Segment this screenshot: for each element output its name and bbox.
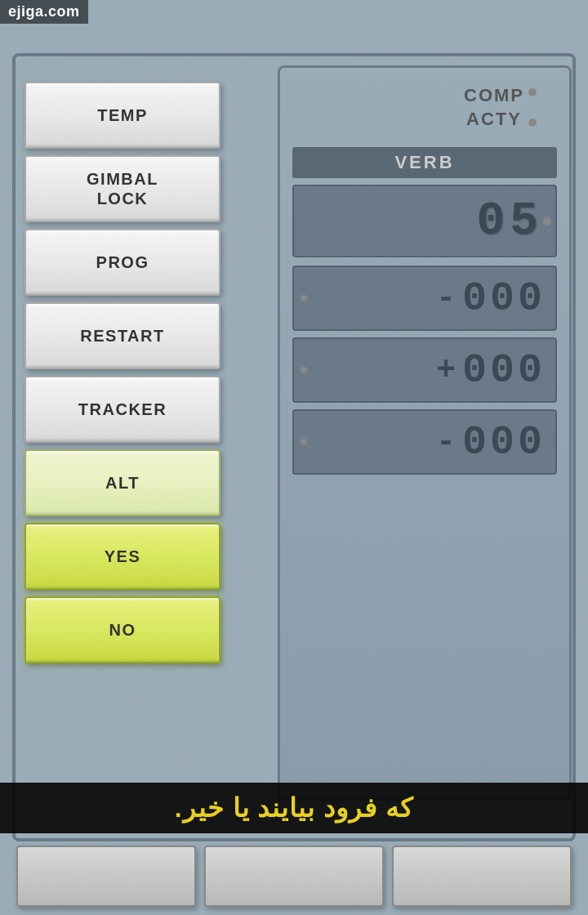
comp-acty-label: COMP ACTY bbox=[464, 84, 524, 131]
bottom-row bbox=[0, 846, 588, 907]
row1-sign: - bbox=[436, 280, 456, 317]
data-rows: - 000 + 000 - 000 bbox=[292, 266, 557, 475]
comp-acty-section: COMP ACTY bbox=[292, 84, 557, 131]
yes-button[interactable]: YES bbox=[24, 523, 220, 590]
subtitle-text: که فرود بیایند یا خیر. bbox=[175, 792, 413, 824]
comp-acty-line2: ACTY bbox=[466, 109, 522, 129]
right-display-panel: COMP ACTY VERB 05 - 000 + 000 - bbox=[278, 65, 572, 801]
verb-header: VERB bbox=[292, 147, 557, 178]
row3-digits: 000 bbox=[462, 419, 546, 466]
row1-dot bbox=[301, 295, 307, 301]
row1-digits: 000 bbox=[462, 275, 546, 322]
data-row-1: - 000 bbox=[292, 266, 557, 331]
tracker-button[interactable]: TRACKER bbox=[24, 376, 220, 443]
bottom-button-3[interactable] bbox=[392, 846, 572, 907]
comp-acty-dot-bottom bbox=[528, 118, 537, 127]
watermark-text: ejiga.com bbox=[8, 3, 80, 20]
verb-label: VERB bbox=[394, 152, 454, 172]
verb-section: VERB 05 bbox=[292, 147, 557, 257]
row3-sign: - bbox=[436, 424, 456, 461]
verb-dot bbox=[543, 217, 551, 225]
alt-button[interactable]: ALT bbox=[24, 449, 220, 516]
restart-button[interactable]: RESTART bbox=[24, 302, 220, 369]
bottom-button-1[interactable] bbox=[16, 846, 196, 907]
data-row-2: + 000 bbox=[292, 337, 557, 403]
comp-acty-line1: COMP bbox=[464, 85, 524, 105]
subtitle-bar: که فرود بیایند یا خیر. bbox=[0, 783, 588, 833]
bottom-button-2[interactable] bbox=[204, 846, 384, 907]
temp-button[interactable]: TEMP bbox=[24, 82, 220, 149]
row2-digits: 000 bbox=[462, 347, 546, 394]
watermark: ejiga.com bbox=[0, 0, 88, 24]
data-row-3: - 000 bbox=[292, 409, 557, 475]
row2-dot bbox=[301, 367, 307, 373]
left-button-column: TEMP GIMBAL LOCK PROG RESTART TRACKER AL… bbox=[24, 82, 245, 663]
gimbal-lock-button[interactable]: GIMBAL LOCK bbox=[24, 155, 220, 222]
row3-dot bbox=[301, 439, 307, 445]
row2-sign: + bbox=[436, 352, 456, 389]
no-button[interactable]: NO bbox=[24, 596, 220, 663]
verb-digits: 05 bbox=[476, 194, 543, 248]
comp-acty-dot-top bbox=[528, 88, 537, 96]
verb-display: 05 bbox=[292, 185, 557, 257]
gimbal-lock-label: GIMBAL LOCK bbox=[87, 169, 158, 208]
prog-button[interactable]: PROG bbox=[24, 229, 220, 296]
